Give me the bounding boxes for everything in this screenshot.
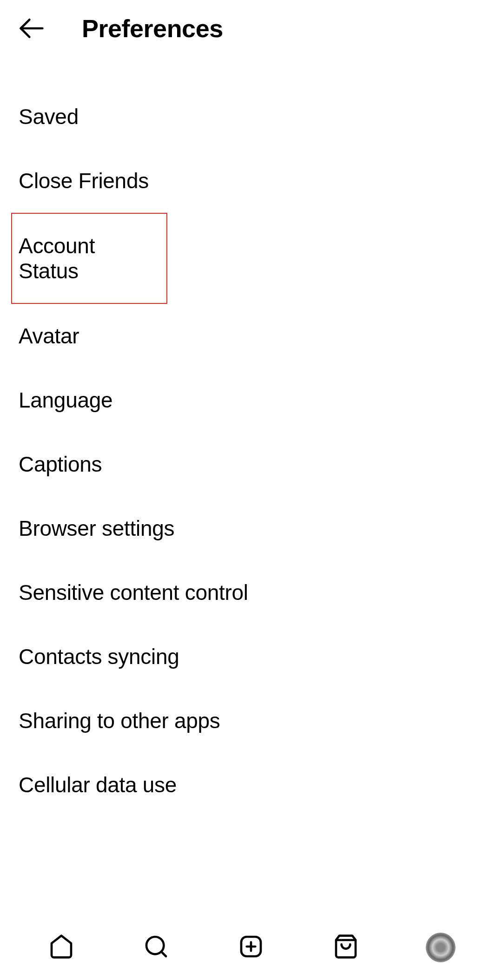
header: Preferences bbox=[0, 0, 502, 57]
settings-item-label: Language bbox=[19, 388, 112, 413]
nav-create[interactable] bbox=[234, 931, 268, 964]
settings-list: Saved Close Friends Account Status Avata… bbox=[0, 57, 502, 817]
avatar-icon bbox=[426, 933, 456, 962]
settings-item-label: Avatar bbox=[19, 323, 79, 349]
nav-search[interactable] bbox=[139, 931, 173, 964]
settings-item-avatar[interactable]: Avatar bbox=[0, 304, 502, 368]
back-icon[interactable] bbox=[19, 15, 45, 41]
settings-item-label: Saved bbox=[19, 104, 79, 129]
settings-item-label: Browser settings bbox=[19, 516, 174, 541]
settings-item-label: Close Friends bbox=[19, 168, 149, 193]
settings-item-close-friends[interactable]: Close Friends bbox=[0, 149, 502, 213]
settings-item-sharing-to-other-apps[interactable]: Sharing to other apps bbox=[0, 689, 502, 753]
home-icon bbox=[48, 934, 74, 961]
nav-profile[interactable] bbox=[424, 931, 457, 964]
settings-item-label: Contacts syncing bbox=[19, 644, 179, 669]
search-icon bbox=[143, 934, 169, 961]
settings-item-sensitive-content-control[interactable]: Sensitive content control bbox=[0, 560, 502, 625]
nav-shop[interactable] bbox=[329, 931, 363, 964]
settings-item-saved[interactable]: Saved bbox=[0, 85, 502, 149]
nav-home[interactable] bbox=[45, 931, 78, 964]
shopping-bag-icon bbox=[333, 934, 359, 961]
settings-item-label: Cellular data use bbox=[19, 772, 177, 797]
settings-item-label: Account Status bbox=[19, 233, 160, 283]
bottom-nav bbox=[0, 915, 502, 980]
plus-square-icon bbox=[238, 934, 264, 961]
settings-item-language[interactable]: Language bbox=[0, 368, 502, 432]
settings-item-contacts-syncing[interactable]: Contacts syncing bbox=[0, 625, 502, 689]
settings-item-cellular-data-use[interactable]: Cellular data use bbox=[0, 753, 502, 817]
settings-item-label: Sharing to other apps bbox=[19, 708, 220, 733]
settings-item-captions[interactable]: Captions bbox=[0, 432, 502, 496]
settings-item-label: Captions bbox=[19, 452, 102, 477]
page-title: Preferences bbox=[82, 14, 223, 43]
settings-item-browser-settings[interactable]: Browser settings bbox=[0, 496, 502, 560]
svg-line-2 bbox=[161, 952, 166, 956]
settings-item-label: Sensitive content control bbox=[19, 580, 248, 605]
settings-item-account-status[interactable]: Account Status bbox=[11, 213, 167, 304]
